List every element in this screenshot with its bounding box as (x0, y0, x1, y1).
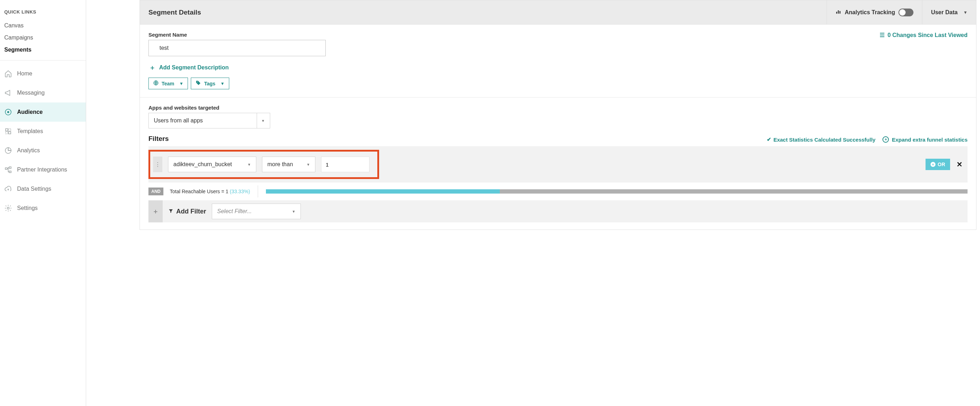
segment-panel: Segment Details Analytics Tracking User … (140, 0, 977, 230)
nav-home[interactable]: Home (0, 64, 86, 83)
list-icon: ☰ (880, 32, 885, 38)
integrations-icon (4, 166, 12, 174)
segment-name-input[interactable] (148, 40, 326, 56)
cloud-refresh-icon (4, 185, 12, 193)
filter-highlight: ⋮ adikteev_churn_bucket ▼ more than ▼ (148, 150, 379, 179)
or-button[interactable]: + OR (926, 159, 950, 170)
filter-operator-select[interactable]: more than ▼ (262, 157, 315, 172)
nav-label: Audience (17, 109, 43, 115)
filter-picker-select[interactable]: Select Filter... ▼ (212, 203, 301, 219)
add-segment-description-button[interactable]: ＋ Add Segment Description (148, 62, 230, 73)
panel-header: Segment Details Analytics Tracking User … (140, 0, 976, 25)
funnel-icon (169, 208, 173, 215)
reachable-bar (266, 189, 967, 193)
add-filter-plus-button[interactable]: ＋ (148, 200, 163, 222)
megaphone-icon (4, 89, 12, 97)
svg-point-14 (197, 81, 198, 82)
nav-analytics[interactable]: Analytics (0, 141, 86, 160)
plus-icon: ＋ (149, 63, 156, 72)
filter-attribute-select[interactable]: adikteev_churn_bucket ▼ (168, 157, 256, 172)
segment-name-label: Segment Name (148, 32, 326, 38)
nav-templates[interactable]: Templates (0, 122, 86, 141)
svg-rect-6 (5, 168, 8, 170)
user-data-dropdown[interactable]: User Data ▼ (922, 0, 976, 24)
quick-link-canvas[interactable]: Canvas (0, 19, 86, 32)
svg-rect-7 (9, 167, 11, 169)
chevron-down-icon: ▼ (307, 163, 310, 167)
nav-partner-integrations[interactable]: Partner Integrations (0, 160, 86, 179)
svg-point-9 (7, 207, 9, 209)
user-data-label: User Data (931, 9, 958, 16)
tags-label: Tags (204, 81, 215, 86)
nav-audience[interactable]: Audience (0, 103, 86, 122)
main: Segment Details Analytics Tracking User … (86, 0, 980, 406)
quick-links-heading: QUICK LINKS (0, 9, 86, 19)
apps-targeted-label: Apps and websites targeted (148, 105, 967, 111)
target-icon (4, 108, 12, 116)
remove-filter-button[interactable]: ✕ (956, 160, 963, 169)
chevron-down-icon: ▼ (292, 209, 296, 214)
add-filter-row: ＋ Add Filter Select Filter... ▼ (148, 200, 967, 222)
globe-icon (153, 80, 159, 87)
expand-label: Expand extra funnel statistics (892, 136, 967, 143)
chevron-down-icon: ▼ (247, 163, 251, 167)
filter-row: ⋮ adikteev_churn_bucket ▼ more than ▼ (148, 146, 967, 182)
analytics-tracking-toggle[interactable]: Analytics Tracking (827, 0, 922, 24)
nav-messaging[interactable]: Messaging (0, 83, 86, 103)
nav-label: Analytics (17, 147, 40, 154)
gear-icon (4, 204, 12, 212)
circle-plus-icon: + (931, 162, 935, 167)
template-icon (4, 127, 12, 135)
sidebar: QUICK LINKS Canvas Campaigns Segments Ho… (0, 0, 86, 406)
quick-link-segments[interactable]: Segments (0, 44, 86, 56)
home-icon (4, 70, 12, 78)
svg-rect-11 (838, 10, 839, 14)
svg-rect-3 (8, 129, 11, 131)
add-description-label: Add Segment Description (159, 64, 229, 71)
changes-text: 0 Changes Since Last Viewed (888, 32, 967, 38)
filter-value-input[interactable] (321, 157, 369, 172)
toggle-switch[interactable] (899, 8, 913, 16)
panel-title: Segment Details (140, 8, 201, 16)
expand-funnel-stats-button[interactable]: + Expand extra funnel statistics (883, 136, 967, 143)
nav-data-settings[interactable]: Data Settings (0, 179, 86, 198)
nav-label: Partner Integrations (17, 167, 67, 173)
nav-label: Data Settings (17, 186, 51, 192)
svg-rect-10 (836, 12, 837, 14)
apps-targeted-select[interactable]: Users from all apps ▼ (148, 113, 270, 128)
svg-point-1 (7, 111, 9, 113)
and-connector-row: AND Total Reachable Users = 1 (33.33%) (148, 186, 967, 197)
chevron-down-icon: ▼ (963, 10, 967, 15)
analytics-tracking-label: Analytics Tracking (845, 9, 895, 16)
quick-link-campaigns[interactable]: Campaigns (0, 32, 86, 44)
nav-label: Templates (17, 128, 43, 135)
sidebar-divider (0, 60, 86, 60)
filters-heading: Filters (148, 135, 169, 143)
piechart-icon (4, 147, 12, 154)
or-label: OR (938, 162, 945, 167)
and-badge: AND (148, 187, 163, 195)
nav-label: Messaging (17, 90, 45, 96)
reachable-bar-fill (266, 189, 500, 193)
svg-rect-2 (6, 129, 8, 131)
tag-icon (196, 80, 201, 87)
changes-since-viewed-link[interactable]: ☰ 0 Changes Since Last Viewed (880, 32, 967, 38)
reachable-users-text: Total Reachable Users = 1 (33.33%) (170, 189, 250, 194)
vertical-divider (258, 186, 258, 197)
stats-status-text: Exact Statistics Calculated Successfully (773, 136, 876, 143)
nav-settings[interactable]: Settings (0, 198, 86, 218)
reachable-pct: (33.33%) (230, 189, 250, 194)
filter-attribute-value: adikteev_churn_bucket (173, 161, 232, 168)
filter-picker-placeholder: Select Filter... (217, 208, 252, 214)
check-icon: ✔ (767, 136, 772, 143)
svg-rect-4 (6, 132, 8, 134)
chevron-down-icon: ▼ (180, 81, 184, 86)
tags-dropdown[interactable]: Tags ▼ (191, 78, 229, 89)
stats-status: ✔ Exact Statistics Calculated Successful… (767, 136, 876, 143)
chevron-down-icon: ▼ (220, 81, 224, 86)
close-icon: ✕ (956, 160, 963, 168)
team-dropdown[interactable]: Team ▼ (148, 78, 188, 89)
analytics-icon (835, 9, 841, 16)
team-label: Team (162, 81, 174, 86)
drag-handle[interactable]: ⋮ (153, 157, 162, 172)
